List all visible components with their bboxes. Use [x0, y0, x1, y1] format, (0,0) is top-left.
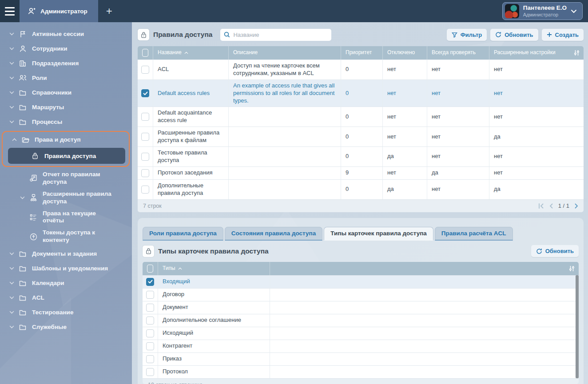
row-checkbox[interactable] [146, 304, 154, 312]
org-unit-icon [17, 60, 28, 67]
chevron-down-icon [6, 62, 17, 65]
column-header-disabled[interactable]: Отключено [383, 46, 427, 59]
row-checkbox-checked[interactable] [141, 89, 149, 97]
page-indicator: 1 / 1 [558, 202, 569, 209]
sidebar-item-roles[interactable]: Роли [0, 71, 132, 85]
row-checkbox[interactable] [141, 153, 149, 161]
rules-panel-header: Правила доступа Фильтр Обновить Создать [138, 27, 584, 43]
row-checkbox[interactable] [146, 329, 154, 337]
table-row[interactable]: Документ [143, 301, 579, 314]
create-button[interactable]: Создать [542, 29, 584, 41]
folder-icon [17, 280, 28, 286]
sidebar-item-documents-and-tasks[interactable]: Документы и задания [0, 246, 132, 261]
column-header-name[interactable]: Название [153, 46, 229, 59]
column-header-always-check[interactable]: Всегда проверять [427, 46, 489, 59]
sidebar-item-acl[interactable]: ACL [0, 290, 132, 305]
refresh-button[interactable]: Обновить [531, 245, 579, 257]
lock-icon [29, 152, 41, 159]
row-checkbox[interactable] [146, 342, 154, 350]
column-header-priority[interactable]: Приоритет [341, 46, 383, 59]
table-row[interactable]: Тестовые правила доступа 0 да нет нет [138, 146, 584, 166]
column-settings-icon[interactable] [568, 265, 575, 272]
next-page-icon[interactable] [575, 203, 578, 209]
row-checkbox[interactable] [141, 66, 149, 74]
sidebar-item-calendars[interactable]: Календари [0, 276, 132, 290]
first-page-icon[interactable] [538, 203, 544, 209]
tab-administrator[interactable]: Администратор [20, 0, 98, 22]
sidebar-item-processes[interactable]: Процессы [0, 115, 132, 129]
table-row[interactable]: Дополнительное соглашение [143, 314, 579, 327]
sidebar: Активные сессии Сотрудники Подразделения… [0, 22, 132, 384]
column-settings-icon[interactable] [573, 50, 580, 56]
row-checkbox[interactable] [146, 291, 154, 299]
tab-card-types-access-rule[interactable]: Типы карточек правила доступа [324, 227, 433, 241]
access-rules-table: Название Описание Приоритет Отключено Вс… [138, 46, 584, 212]
sidebar-item-departments[interactable]: Подразделения [0, 56, 132, 71]
table-header-row: Типы [143, 262, 579, 275]
sidebar-item-access-rules-report[interactable]: Отчет по правилам доступа [0, 169, 132, 188]
tab-acl-calculation-rules[interactable]: Правила расчёта ACL [435, 227, 513, 241]
detail-tabs: Роли правила доступа Состояния правила д… [142, 227, 580, 241]
filter-button[interactable]: Фильтр [447, 29, 487, 41]
row-checkbox-checked[interactable] [146, 278, 154, 286]
sidebar-item-active-sessions[interactable]: Активные сессии [0, 27, 132, 41]
table-row-selected[interactable]: Входящий [143, 275, 579, 288]
row-checkbox[interactable] [141, 113, 149, 121]
tab-states-access-rule[interactable]: Состояния правила доступа [225, 227, 322, 241]
table-row[interactable]: Протокол заседания 9 нет да нет [138, 166, 584, 179]
table-row[interactable]: Расширенные правила доступа к файлам 0 н… [138, 127, 584, 146]
sidebar-item-access-rules[interactable]: Правила доступа [8, 148, 125, 164]
table-row[interactable]: Исходящий [143, 327, 579, 340]
sidebar-item-current-reports-rights[interactable]: Права на текущие отчёты [0, 208, 132, 227]
people-icon [17, 75, 28, 81]
table-row[interactable]: Дополнительные правила доступа 0 да нет … [138, 179, 584, 199]
chevron-down-icon [6, 252, 17, 255]
row-checkbox[interactable] [146, 368, 154, 376]
filter-icon [452, 32, 457, 38]
refresh-button[interactable]: Обновить [490, 29, 538, 41]
search-input[interactable] [233, 32, 328, 38]
user-role: Администратор [523, 12, 567, 18]
user-menu[interactable]: Пантелеев Е.О Администратор [502, 2, 583, 20]
sidebar-item-employees[interactable]: Сотрудники [0, 41, 132, 56]
chevron-down-icon [6, 281, 17, 285]
tab-roles-access-rule[interactable]: Роли правила доступа [143, 227, 223, 241]
sidebar-item-templates-and-notifications[interactable]: Шаблоны и уведомления [0, 261, 132, 276]
table-row[interactable]: Контрагент [143, 340, 579, 352]
sidebar-item-rights-and-access[interactable]: Права и доступ [4, 132, 128, 147]
row-checkbox[interactable] [146, 355, 154, 363]
table-row[interactable]: ACL Доступ на чтение карточек всем сотру… [138, 59, 584, 79]
sidebar-item-service[interactable]: Служебные [0, 320, 132, 334]
table-row[interactable]: Приказ [143, 352, 579, 365]
sidebar-item-advanced-access-rules[interactable]: Расширенные правила доступа [0, 188, 132, 208]
vertical-scrollbar[interactable] [576, 275, 579, 378]
table-row[interactable]: Договор [143, 288, 579, 301]
column-header-types[interactable]: Типы [158, 262, 270, 275]
row-checkbox[interactable] [141, 186, 149, 194]
select-all-checkbox[interactable] [147, 265, 153, 273]
new-tab-button[interactable]: + [98, 5, 120, 17]
chevron-down-icon [6, 76, 17, 79]
rows-count: 7 строк [143, 203, 162, 209]
hamburger-menu-button[interactable] [0, 0, 20, 22]
row-checkbox[interactable] [141, 169, 149, 177]
table-row[interactable]: Default acquaintance access rule 0 нет н… [138, 107, 584, 127]
folder-icon [17, 119, 28, 125]
table-row[interactable]: Протокол [143, 365, 579, 378]
hierarchy-lock-icon [28, 194, 39, 202]
row-checkbox[interactable] [146, 317, 154, 325]
row-checkbox[interactable] [141, 133, 149, 141]
sidebar-item-testing[interactable]: Тестирование [0, 305, 132, 320]
sidebar-item-content-access-tokens[interactable]: Токены доступа к контенту [0, 227, 132, 246]
refresh-icon [495, 32, 501, 38]
column-header-description[interactable]: Описание [229, 46, 341, 59]
search-icon [224, 32, 230, 38]
prev-page-icon[interactable] [549, 203, 553, 209]
chevron-down-icon [17, 196, 28, 199]
sidebar-item-routes[interactable]: Маршруты [0, 100, 132, 115]
plus-icon [547, 32, 552, 37]
column-header-advanced[interactable]: Расширенные настройки [489, 46, 584, 59]
select-all-checkbox[interactable] [142, 49, 148, 57]
table-row-selected[interactable]: Default access rules An example of acces… [138, 79, 584, 107]
sidebar-item-directories[interactable]: Справочники [0, 85, 132, 100]
